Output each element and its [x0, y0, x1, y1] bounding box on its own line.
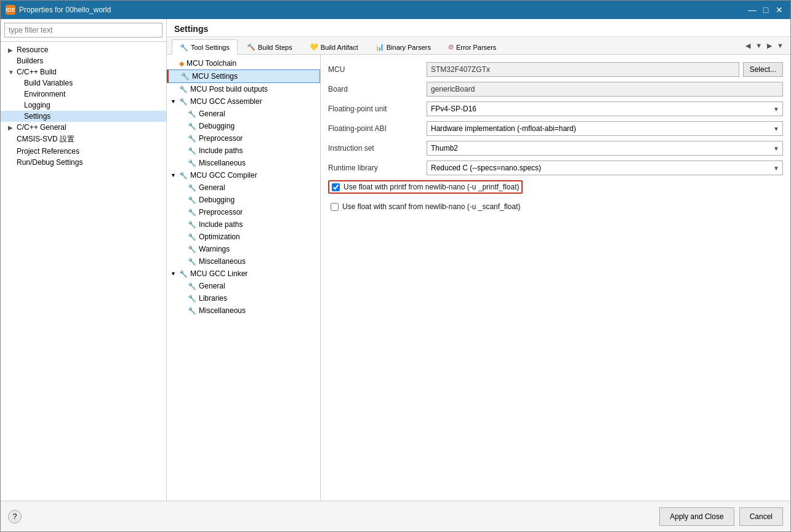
stree-asm-general[interactable]: 🔧 General: [167, 108, 320, 120]
gear-icon: 🔧: [179, 98, 188, 106]
stree-cc-optimization[interactable]: 🔧 Optimization: [167, 231, 320, 243]
printf-float-label[interactable]: Use float with printf from newlib-nano (…: [343, 183, 519, 191]
stree-cc-preprocessor[interactable]: 🔧 Preprocessor: [167, 206, 320, 218]
tab-dropdown-button[interactable]: ▼: [753, 41, 764, 50]
sidebar-item-cpp-general[interactable]: ▶ C/C++ General: [1, 122, 166, 133]
stree-mcu-gcc-linker[interactable]: ▼ 🔧 MCU GCC Linker: [167, 268, 320, 280]
cancel-button[interactable]: Cancel: [739, 507, 783, 526]
scanf-float-label[interactable]: Use float with scanf from newlib-nano (-…: [342, 202, 520, 211]
stree-asm-debugging[interactable]: 🔧 Debugging: [167, 120, 320, 132]
sidebar-item-logging[interactable]: Logging: [1, 100, 166, 111]
gear-icon: 🔧: [188, 122, 196, 130]
maximize-button[interactable]: □: [760, 4, 772, 16]
close-button[interactable]: ✕: [773, 4, 785, 16]
sidebar-item-label: Run/Debug Settings: [17, 158, 82, 167]
printf-float-row: Use float with printf from newlib-nano (…: [328, 180, 523, 194]
fp-abi-field: Hardware implementation (-mfloat-abi=har…: [427, 121, 783, 136]
fp-unit-row: Floating-point unit FPv4-SP-D16 ▼: [328, 101, 783, 116]
sidebar-item-label: Builders: [17, 57, 43, 65]
mcu-label: MCU: [328, 65, 427, 74]
fp-unit-label: Floating-point unit: [328, 105, 427, 113]
mcu-select-button[interactable]: Select...: [743, 62, 783, 77]
minimize-button[interactable]: —: [746, 4, 758, 16]
stree-ln-general[interactable]: 🔧 General: [167, 280, 320, 292]
tab-label: Binary Parsers: [387, 44, 431, 51]
stree-label: MCU GCC Linker: [190, 269, 247, 278]
fp-unit-select[interactable]: FPv4-SP-D16: [427, 101, 783, 116]
gear-icon: 🔧: [188, 282, 196, 290]
stree-label: Libraries: [199, 294, 227, 303]
stree-asm-preprocessor[interactable]: 🔧 Preprocessor: [167, 132, 320, 145]
stree-cc-general[interactable]: 🔧 General: [167, 181, 320, 194]
stree-label: General: [199, 282, 225, 290]
stree-label: MCU Toolchain: [187, 59, 236, 68]
tab-forward-button[interactable]: ▶: [765, 41, 774, 51]
tab-label: Error Parsers: [456, 44, 496, 51]
runtime-lib-field: Reduced C (--specs=nano.specs) ▼: [427, 161, 783, 175]
instr-set-select[interactable]: Thumb2: [427, 141, 783, 156]
tab-back-button[interactable]: ◀: [744, 41, 752, 51]
sidebar-item-label: Environment: [24, 90, 65, 98]
stree-label: MCU GCC Compiler: [190, 171, 257, 180]
gear-icon: 🔧: [179, 172, 188, 180]
runtime-lib-select[interactable]: Reduced C (--specs=nano.specs): [427, 161, 783, 175]
stree-cc-warnings[interactable]: 🔧 Warnings: [167, 243, 320, 255]
stree-ln-libraries[interactable]: 🔧 Libraries: [167, 292, 320, 304]
scanf-float-row: Use float with scanf from newlib-nano (-…: [328, 201, 783, 212]
stree-mcu-gcc-compiler[interactable]: ▼ 🔧 MCU GCC Compiler: [167, 169, 320, 181]
stree-cc-miscellaneous[interactable]: 🔧 Miscellaneous: [167, 255, 320, 268]
gear-icon: 🔧: [179, 85, 188, 93]
stree-mcu-gcc-assembler[interactable]: ▼ 🔧 MCU GCC Assembler: [167, 95, 320, 108]
title-bar-controls: — □ ✕: [746, 4, 785, 16]
sidebar-item-project-references[interactable]: Project References: [1, 146, 166, 157]
sidebar-item-cpp-build[interactable]: ▼ C/C++ Build: [1, 66, 166, 77]
mcu-input: [427, 62, 739, 77]
sidebar-item-cmsis-svd[interactable]: CMSIS-SVD 設置: [1, 133, 166, 146]
stree-mcu-toolchain[interactable]: ◆ MCU Toolchain: [167, 57, 320, 69]
runtime-lib-row: Runtime library Reduced C (--specs=nano.…: [328, 161, 783, 175]
sidebar-item-label: C/C++ General: [17, 123, 66, 132]
tab-binary-parsers[interactable]: 📊 Binary Parsers: [367, 39, 439, 54]
board-row: Board: [328, 82, 783, 97]
tab-build-artifact[interactable]: 💛 Build Artifact: [302, 39, 366, 54]
sidebar-item-builders[interactable]: Builders: [1, 55, 166, 66]
build-artifact-icon: 💛: [310, 43, 318, 51]
help-button[interactable]: ?: [8, 510, 22, 523]
tab-menu-button[interactable]: ▼: [775, 41, 785, 50]
tab-tool-settings[interactable]: 🔧 Tool Settings: [172, 39, 238, 55]
gear-icon: 🔧: [188, 245, 196, 253]
scanf-float-checkbox[interactable]: [331, 203, 339, 211]
stree-label: Miscellaneous: [199, 257, 246, 266]
apply-close-button[interactable]: Apply and Close: [659, 507, 734, 526]
gear-icon: 🔧: [181, 73, 190, 81]
sidebar-item-label: C/C++ Build: [17, 68, 57, 76]
sidebar-item-settings[interactable]: Settings: [1, 111, 166, 122]
stree-label: Miscellaneous: [199, 306, 246, 315]
tab-error-parsers[interactable]: ⊘ Error Parsers: [440, 39, 504, 54]
stree-asm-miscellaneous[interactable]: 🔧 Miscellaneous: [167, 157, 320, 169]
arrow-icon: ▼: [8, 69, 14, 76]
left-panel: ▶ Resource Builders ▼ C/C++ Build Build …: [1, 19, 167, 501]
sidebar-item-label: Resource: [17, 46, 48, 54]
tab-build-steps[interactable]: 🔨 Build Steps: [239, 39, 300, 54]
gear-icon: 🔧: [188, 184, 196, 192]
sidebar-item-run-debug[interactable]: Run/Debug Settings: [1, 157, 166, 168]
gear-icon: 🔧: [188, 295, 196, 303]
sidebar-item-resource[interactable]: ▶ Resource: [1, 44, 166, 55]
left-tree: ▶ Resource Builders ▼ C/C++ Build Build …: [1, 42, 166, 501]
stree-mcu-post-build[interactable]: 🔧 MCU Post build outputs: [167, 83, 320, 95]
printf-float-checkbox[interactable]: [332, 183, 340, 191]
stree-label: MCU GCC Assembler: [190, 97, 262, 106]
sidebar-item-build-variables[interactable]: Build Variables: [1, 77, 166, 89]
stree-cc-debugging[interactable]: 🔧 Debugging: [167, 194, 320, 206]
stree-asm-include-paths[interactable]: 🔧 Include paths: [167, 145, 320, 157]
tabs-area: 🔧 Tool Settings 🔨 Build Steps 💛 Build Ar…: [167, 37, 744, 54]
fp-abi-select[interactable]: Hardware implementation (-mfloat-abi=har…: [427, 121, 783, 136]
filter-input[interactable]: [4, 23, 163, 38]
stree-label: Include paths: [199, 220, 243, 229]
sidebar-item-environment[interactable]: Environment: [1, 89, 166, 100]
arrow-icon: ▼: [171, 172, 177, 178]
stree-mcu-settings[interactable]: 🔧 MCU Settings: [167, 69, 320, 83]
stree-ln-miscellaneous[interactable]: 🔧 Miscellaneous: [167, 304, 320, 317]
stree-cc-include-paths[interactable]: 🔧 Include paths: [167, 218, 320, 231]
